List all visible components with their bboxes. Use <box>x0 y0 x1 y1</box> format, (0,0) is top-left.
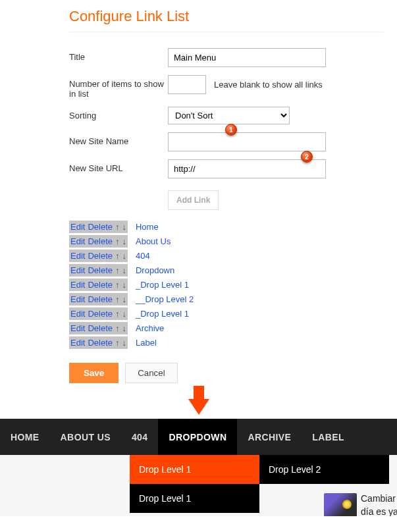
edit-controls: Edit Delete ↑ ↓ <box>69 235 128 248</box>
edit-controls: Edit Delete ↑ ↓ <box>69 336 128 349</box>
link-row: Edit Delete ↑ ↓Dropdown <box>69 264 384 277</box>
edit-link[interactable]: Edit <box>69 235 86 248</box>
delete-link[interactable]: Delete <box>86 235 114 248</box>
page-title: Configure Link List <box>13 0 384 32</box>
save-button[interactable]: Save <box>69 363 119 383</box>
link-item-label[interactable]: Archive <box>136 323 164 333</box>
move-down-link[interactable]: ↓ <box>120 307 128 320</box>
edit-link[interactable]: Edit <box>69 336 86 349</box>
move-up-link[interactable]: ↑ <box>114 250 121 262</box>
edit-controls: Edit Delete ↑ ↓ <box>69 322 128 334</box>
edit-link[interactable]: Edit <box>69 293 86 306</box>
title-label: Title <box>69 48 168 62</box>
link-item-label[interactable]: About Us <box>136 236 171 246</box>
move-up-link[interactable]: ↑ <box>114 279 121 291</box>
move-down-link[interactable]: ↓ <box>120 336 128 349</box>
delete-link[interactable]: Delete <box>86 322 114 334</box>
move-up-link[interactable]: ↑ <box>114 293 121 306</box>
new-site-url-label: New Site URL <box>69 159 168 173</box>
edit-link[interactable]: Edit <box>69 279 86 291</box>
submenu-area: Drop Level 1Drop Level 1 Drop Level 2 Ca… <box>0 455 397 516</box>
nav-item[interactable]: ABOUT US <box>50 419 121 455</box>
move-down-link[interactable]: ↓ <box>120 221 128 233</box>
link-row: Edit Delete ↑ ↓_Drop Level 1 <box>69 279 384 291</box>
delete-link[interactable]: Delete <box>86 250 114 262</box>
edit-controls: Edit Delete ↑ ↓ <box>69 264 128 277</box>
nav-item[interactable]: LABEL <box>302 419 355 455</box>
new-site-url-input[interactable] <box>168 159 326 178</box>
link-row: Edit Delete ↑ ↓Home <box>69 221 384 233</box>
link-item-label[interactable]: Label <box>136 338 157 348</box>
move-down-link[interactable]: ↓ <box>120 250 128 262</box>
sorting-select[interactable]: Don't Sort <box>168 107 290 124</box>
move-up-link[interactable]: ↑ <box>114 264 121 277</box>
move-down-link[interactable]: ↓ <box>120 322 128 334</box>
link-item-label[interactable]: Dropdown <box>136 265 174 275</box>
move-down-link[interactable]: ↓ <box>120 293 128 306</box>
number-items-input[interactable] <box>168 75 206 94</box>
arrow-down-icon <box>188 399 209 425</box>
edit-link[interactable]: Edit <box>69 322 86 334</box>
move-up-link[interactable]: ↑ <box>114 221 121 233</box>
new-site-name-label: New Site Name <box>69 132 168 146</box>
divider <box>69 32 384 32</box>
link-item-label[interactable]: __Drop Level 2 <box>136 294 194 304</box>
submenu-item[interactable]: Drop Level 1 <box>130 484 259 513</box>
link-row: Edit Delete ↑ ↓Archive <box>69 322 384 334</box>
move-up-link[interactable]: ↑ <box>114 336 121 349</box>
sidebar-thumbnail[interactable] <box>324 493 357 516</box>
delete-link[interactable]: Delete <box>86 336 114 349</box>
number-items-helper: Leave blank to show all links <box>214 80 323 90</box>
link-row: Edit Delete ↑ ↓Label <box>69 336 384 349</box>
annotation-badge-2: 2 <box>301 151 313 163</box>
move-down-link[interactable]: ↓ <box>120 235 128 248</box>
link-row: Edit Delete ↑ ↓__Drop Level 2 <box>69 293 384 306</box>
link-row: Edit Delete ↑ ↓404 <box>69 250 384 262</box>
submenu-item[interactable]: Drop Level 1 <box>130 455 259 484</box>
cancel-button[interactable]: Cancel <box>125 363 178 383</box>
move-up-link[interactable]: ↑ <box>114 322 121 334</box>
sorting-label: Sorting <box>69 107 168 120</box>
nav-item[interactable]: 404 <box>121 419 159 455</box>
nav-item[interactable]: HOME <box>0 419 50 455</box>
delete-link[interactable]: Delete <box>86 293 114 306</box>
delete-link[interactable]: Delete <box>86 307 114 320</box>
link-row: Edit Delete ↑ ↓_Drop Level 1 <box>69 307 384 320</box>
nav-item[interactable]: ARCHIVE <box>237 419 302 455</box>
delete-link[interactable]: Delete <box>86 279 114 291</box>
link-row: Edit Delete ↑ ↓About Us <box>69 235 384 248</box>
edit-link[interactable]: Edit <box>69 307 86 320</box>
link-item-label[interactable]: _Drop Level 1 <box>136 280 189 290</box>
move-up-link[interactable]: ↑ <box>114 307 121 320</box>
title-input[interactable] <box>168 48 326 67</box>
annotation-badge-1: 1 <box>225 124 237 136</box>
edit-controls: Edit Delete ↑ ↓ <box>69 250 128 262</box>
delete-link[interactable]: Delete <box>86 221 114 233</box>
edit-controls: Edit Delete ↑ ↓ <box>69 307 128 320</box>
number-items-label: Number of items to show in list <box>69 75 168 99</box>
move-down-link[interactable]: ↓ <box>120 279 128 291</box>
new-site-name-input[interactable] <box>168 132 326 151</box>
submenu-item[interactable]: Drop Level 2 <box>259 455 389 484</box>
edit-controls: Edit Delete ↑ ↓ <box>69 279 128 291</box>
delete-link[interactable]: Delete <box>86 264 114 277</box>
edit-link[interactable]: Edit <box>69 221 86 233</box>
edit-link[interactable]: Edit <box>69 250 86 262</box>
sidebar-article-title[interactable]: Cambiardía es ya <box>361 492 397 516</box>
link-item-label[interactable]: 404 <box>136 251 150 261</box>
move-down-link[interactable]: ↓ <box>120 264 128 277</box>
link-item-label[interactable]: Home <box>136 222 159 232</box>
edit-link[interactable]: Edit <box>69 264 86 277</box>
edit-controls: Edit Delete ↑ ↓ <box>69 221 128 233</box>
add-link-button[interactable]: Add Link <box>168 190 219 210</box>
link-list: Edit Delete ↑ ↓HomeEdit Delete ↑ ↓About … <box>13 214 384 349</box>
edit-controls: Edit Delete ↑ ↓ <box>69 293 128 306</box>
link-item-label[interactable]: _Drop Level 1 <box>136 309 189 319</box>
move-up-link[interactable]: ↑ <box>114 235 121 248</box>
